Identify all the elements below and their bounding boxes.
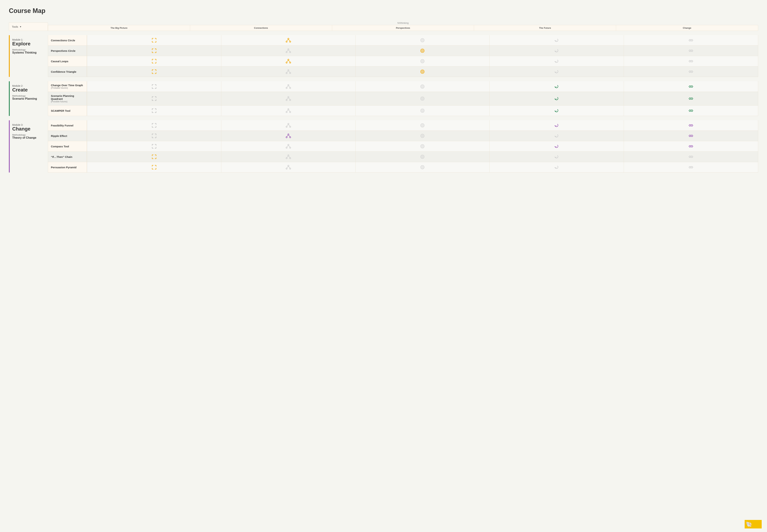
data-cell[interactable] (87, 56, 221, 67)
data-cell[interactable] (356, 141, 490, 152)
tool-name-label: Causal Loops (51, 60, 84, 63)
data-cell[interactable] (87, 152, 221, 162)
svg-line-10 (287, 50, 288, 52)
eye-icon (420, 38, 425, 43)
data-cell[interactable] (87, 162, 221, 173)
data-cell[interactable] (624, 67, 758, 77)
data-cell[interactable] (356, 131, 490, 141)
data-cell[interactable] (87, 106, 221, 116)
svg-point-61 (421, 134, 424, 138)
data-cell[interactable] (356, 152, 490, 162)
connections-icon (286, 38, 291, 43)
data-cell[interactable] (356, 46, 490, 56)
module-label-module2: Module 2: (12, 84, 37, 87)
data-cell[interactable] (624, 56, 758, 67)
tools-wrapper-module3: Feasibility Funnel Ripple Effec (48, 120, 758, 173)
data-cell[interactable] (490, 162, 624, 173)
module-sidebar-module1: Module 1:ExploreMethodology:Systems Thin… (9, 35, 48, 77)
module-name-module2: Create (12, 87, 37, 93)
data-cell[interactable] (87, 67, 221, 77)
tool-name-label: Confidence Triangle (51, 70, 84, 73)
svg-point-51 (289, 126, 291, 128)
data-cell[interactable] (221, 141, 356, 152)
expand-icon (151, 165, 157, 170)
data-cell[interactable] (490, 92, 624, 106)
data-cell[interactable] (490, 46, 624, 56)
svg-line-38 (287, 98, 288, 99)
data-cell[interactable] (624, 106, 758, 116)
svg-point-34 (422, 86, 423, 87)
data-cell[interactable] (221, 152, 356, 162)
data-cell[interactable] (490, 106, 624, 116)
data-cell[interactable] (490, 131, 624, 141)
table-row: Ripple Effect (48, 131, 758, 141)
svg-point-69 (422, 146, 423, 147)
data-cell[interactable] (221, 67, 356, 77)
data-cell[interactable] (624, 141, 758, 152)
connections-icon (286, 133, 291, 138)
table-row: Change Over Time Graph(Probable futures) (48, 81, 758, 92)
data-cell[interactable] (624, 162, 758, 173)
tools-label: Tools (12, 25, 18, 28)
methodology-name-module2: Scenario Planning (12, 97, 37, 100)
tool-name-cell: Causal Loops (48, 56, 87, 67)
data-cell[interactable] (624, 152, 758, 162)
svg-point-49 (288, 123, 289, 125)
data-cell[interactable] (356, 56, 490, 67)
module-name-module1: Explore (12, 41, 37, 47)
data-cell[interactable] (624, 46, 758, 56)
tool-name-cell: Change Over Time Graph(Probable futures) (48, 81, 87, 92)
data-cell[interactable] (221, 162, 356, 173)
data-cell[interactable] (624, 131, 758, 141)
svg-point-22 (286, 73, 287, 74)
data-cell[interactable] (356, 106, 490, 116)
module-name-module3: Change (12, 126, 36, 132)
data-cell[interactable] (221, 92, 356, 106)
data-cell[interactable] (490, 81, 624, 92)
data-cell[interactable] (356, 92, 490, 106)
data-cell[interactable] (221, 131, 356, 141)
data-cell[interactable] (221, 56, 356, 67)
data-cell[interactable] (87, 81, 221, 92)
data-cell[interactable] (221, 46, 356, 56)
svg-point-8 (286, 52, 287, 53)
header-row: Tools ▼ NXthinking The Big Picture Conne… (9, 22, 758, 31)
data-cell[interactable] (624, 120, 758, 131)
data-cell[interactable] (490, 35, 624, 46)
tool-data-cells (87, 131, 758, 141)
data-cell[interactable] (624, 92, 758, 106)
data-cell[interactable] (87, 46, 221, 56)
svg-line-32 (288, 86, 290, 87)
data-cell[interactable] (624, 35, 758, 46)
data-cell[interactable] (490, 120, 624, 131)
data-cell[interactable] (356, 162, 490, 173)
data-cell[interactable] (356, 67, 490, 77)
eye-icon (420, 154, 425, 159)
refresh-icon (554, 165, 559, 170)
data-cell[interactable] (490, 152, 624, 162)
data-cell[interactable] (624, 81, 758, 92)
data-cell[interactable] (87, 92, 221, 106)
data-cell[interactable] (356, 35, 490, 46)
data-cell[interactable] (221, 35, 356, 46)
data-cell[interactable] (221, 120, 356, 131)
tool-name-label: Persuasion Pyramid (51, 166, 84, 169)
svg-line-81 (288, 167, 290, 168)
methodology-label-module1: Methodology: (12, 48, 37, 51)
data-cell[interactable] (356, 81, 490, 92)
data-cell[interactable] (87, 141, 221, 152)
tools-header[interactable]: Tools ▼ (9, 23, 48, 31)
data-cell[interactable] (356, 120, 490, 131)
svg-point-43 (286, 112, 287, 113)
data-cell[interactable] (221, 81, 356, 92)
data-cell[interactable] (221, 106, 356, 116)
data-cell[interactable] (87, 120, 221, 131)
data-cell[interactable] (490, 67, 624, 77)
svg-line-74 (288, 156, 290, 158)
data-cell[interactable] (87, 131, 221, 141)
tool-name-cell: Connections Circle (48, 35, 87, 46)
svg-point-26 (421, 70, 424, 73)
data-cell[interactable] (490, 141, 624, 152)
data-cell[interactable] (490, 56, 624, 67)
data-cell[interactable] (87, 35, 221, 46)
